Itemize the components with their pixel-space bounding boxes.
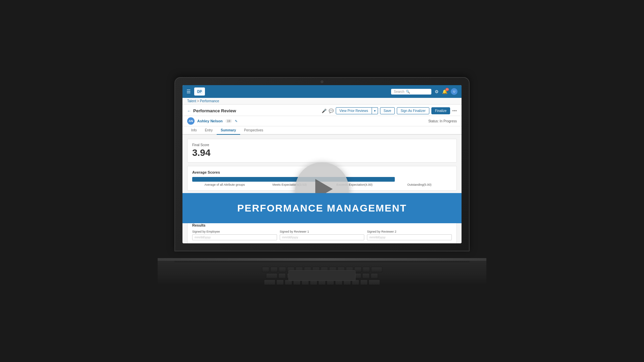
finalize-button[interactable]: Finalize [431,107,450,114]
header-actions: 🎤 💬 View Prior Reviews ▾ Save Sign As Fi… [322,107,457,114]
page-header: ← Performance Review 🎤 💬 View Prior Revi… [182,105,462,116]
app: ☰ DP Search 🔍 ⚙ 🔔 10 [182,85,462,243]
notification-badge[interactable]: 🔔 10 [442,89,447,94]
key [262,267,269,272]
camera-dot [321,80,323,83]
key [360,280,368,285]
breadcrumb-separator-text: > [197,99,199,103]
key [362,273,370,279]
search-icon: 🔍 [406,90,410,94]
trackpad[interactable] [288,270,356,281]
employee-row: AN Ashley Nelson 19 ✎ Status: In Progres… [182,116,462,126]
laptop-base [158,258,486,285]
key-caps [264,280,275,285]
logo-icon: DP [196,88,203,95]
save-button[interactable]: Save [380,107,395,114]
logo-box[interactable]: DP [194,87,205,96]
performance-banner: PERFORMANCE MANAGEMENT [182,193,462,223]
status-label: Status: [428,119,439,123]
more-icon[interactable]: ••• [452,108,457,113]
laptop: ☰ DP Search 🔍 ⚙ 🔔 10 [158,77,486,285]
status-badge: Status: In Progress [428,119,457,123]
breadcrumb-talent[interactable]: Talent [187,99,196,103]
tab-entry[interactable]: Entry [201,126,217,135]
laptop-hinge [158,258,486,261]
employee-name[interactable]: Ashley Nelson [197,119,223,123]
avatar[interactable]: U [451,88,458,95]
page-title-row: ← Performance Review 🎤 💬 View Prior Revi… [187,107,457,114]
video-overlay[interactable] [182,135,462,243]
employee-edit-icon[interactable]: ✎ [235,119,237,123]
tab-info[interactable]: Info [187,126,201,135]
key [279,267,286,272]
settings-icon[interactable]: ⚙ [435,89,439,94]
key-backspace [371,267,382,272]
key [278,273,286,279]
nav-icons: ⚙ 🔔 10 U [435,88,458,95]
laptop-lid: ☰ DP Search 🔍 ⚙ 🔔 10 [174,77,470,251]
tabs: Info Entry Summary Perspectives [182,126,462,135]
notification-count: 10 [445,88,449,91]
sign-as-finalizer-button[interactable]: Sign As Finalizer [397,107,429,114]
tab-summary[interactable]: Summary [217,126,240,135]
back-arrow-icon[interactable]: ← [187,109,191,113]
employee-badge: 19 [225,119,232,123]
employee-avatar: AN [187,117,195,125]
key-tab [266,273,277,279]
status-value: In Progress [440,119,457,123]
view-prior-reviews-button[interactable]: View Prior Reviews [336,107,372,114]
mic-icon[interactable]: 🎤 [322,109,327,113]
page-title: Performance Review [193,108,236,113]
screen: ☰ DP Search 🔍 ⚙ 🔔 10 [182,85,462,243]
search-placeholder: Search [394,90,405,94]
top-nav: ☰ DP Search 🔍 ⚙ 🔔 10 [182,85,462,98]
search-box[interactable]: Search 🔍 [391,89,431,95]
hamburger-icon[interactable]: ☰ [186,89,191,94]
content-area: Final Score 3.94 Average Scores Average … [182,135,462,243]
tab-perspectives[interactable]: Perspectives [240,126,267,135]
key [363,267,370,272]
key [276,280,284,285]
breadcrumb: Talent > Performance [182,98,462,105]
key-enter [369,280,380,285]
chat-icon[interactable]: 💬 [329,109,334,113]
key [371,273,378,279]
view-prior-btn-group: View Prior Reviews ▾ [336,107,378,114]
view-prior-reviews-arrow[interactable]: ▾ [372,107,378,114]
breadcrumb-performance[interactable]: Performance [200,99,219,103]
key [270,267,278,272]
